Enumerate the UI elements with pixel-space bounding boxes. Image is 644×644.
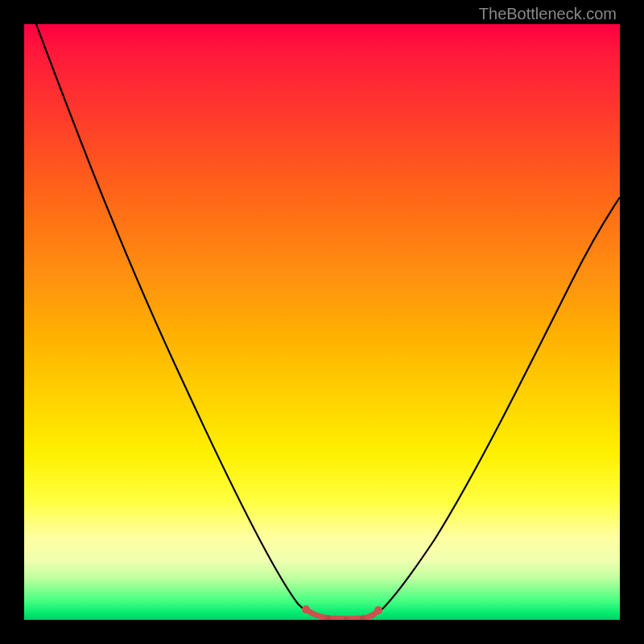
chart-curves	[24, 24, 620, 620]
left-curve	[36, 24, 318, 617]
bottom-dot-mid2	[344, 617, 349, 621]
bottom-dot-left	[302, 605, 310, 613]
bottom-segment	[306, 609, 378, 619]
watermark-text: TheBottleneck.com	[479, 5, 617, 23]
bottom-dot-right	[374, 606, 382, 614]
plot-area	[24, 24, 620, 620]
chart-container: TheBottleneck.com	[0, 0, 644, 644]
bottom-dot-mid3	[360, 616, 365, 621]
right-curve	[372, 197, 620, 617]
bottom-dot-mid1	[326, 616, 332, 621]
